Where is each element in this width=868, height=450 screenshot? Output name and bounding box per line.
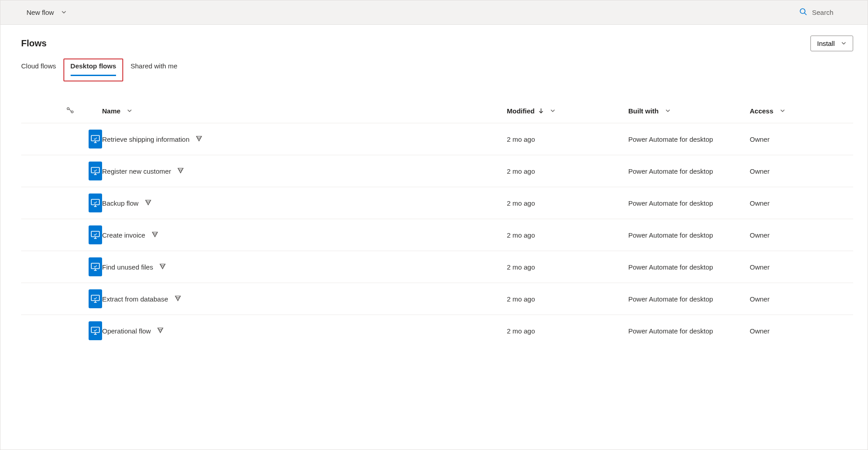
premium-icon <box>196 135 202 143</box>
top-bar: New flow Search <box>0 0 868 25</box>
install-label: Install <box>817 40 835 47</box>
table-row[interactable]: Extract from database2 mo agoPower Autom… <box>21 283 853 315</box>
column-modified[interactable]: Modified <box>507 107 628 115</box>
premium-icon <box>177 167 184 175</box>
flow-name[interactable]: Find unused files <box>102 263 153 271</box>
svg-line-22 <box>146 200 148 205</box>
column-connector[interactable] <box>66 106 102 116</box>
flow-name[interactable]: Register new customer <box>102 167 171 175</box>
svg-line-29 <box>155 232 157 237</box>
premium-icon <box>145 199 152 207</box>
svg-line-11 <box>199 136 202 141</box>
tab-label: Desktop flows <box>71 62 116 76</box>
svg-rect-37 <box>91 295 99 301</box>
flow-name[interactable]: Backup flow <box>102 199 139 207</box>
desktop-flow-icon <box>89 162 102 180</box>
flow-access: Owner <box>750 295 853 303</box>
flow-name[interactable]: Create invoice <box>102 231 145 239</box>
flow-built-with: Power Automate for desktop <box>628 199 750 207</box>
svg-rect-31 <box>91 263 99 269</box>
chevron-down-icon <box>780 107 785 115</box>
svg-line-46 <box>158 328 161 333</box>
svg-line-10 <box>197 136 199 141</box>
tab-cloud-flows[interactable]: Cloud flows <box>21 62 56 81</box>
desktop-flow-icon <box>89 257 102 276</box>
new-flow-label: New flow <box>27 9 54 16</box>
flow-name[interactable]: Extract from database <box>102 295 168 303</box>
flows-table: Name Modified <box>21 103 853 346</box>
premium-icon <box>152 231 158 239</box>
tab-shared-with-me[interactable]: Shared with me <box>130 62 177 81</box>
desktop-flow-icon <box>89 321 102 340</box>
column-built-with[interactable]: Built with <box>628 107 750 115</box>
table-row[interactable]: Backup flow2 mo agoPower Automate for de… <box>21 187 853 219</box>
search-icon <box>799 8 807 18</box>
flow-access: Owner <box>750 199 853 207</box>
svg-rect-25 <box>91 231 99 237</box>
flow-name[interactable]: Retrieve shipping information <box>102 135 189 143</box>
sort-down-icon <box>538 107 544 115</box>
table-row[interactable]: Find unused files2 mo agoPower Automate … <box>21 251 853 283</box>
flow-modified: 2 mo ago <box>507 135 628 143</box>
premium-icon <box>157 327 164 335</box>
desktop-flow-icon <box>89 289 102 308</box>
svg-point-2 <box>801 9 805 14</box>
chevron-down-icon <box>127 107 132 115</box>
page-title: Flows <box>21 38 47 49</box>
new-flow-button[interactable]: New flow <box>15 8 67 17</box>
svg-rect-7 <box>91 135 99 141</box>
tab-desktop-flows[interactable]: Desktop flows <box>63 58 124 81</box>
flow-built-with: Power Automate for desktop <box>628 327 750 335</box>
flow-modified: 2 mo ago <box>507 231 628 239</box>
flow-access: Owner <box>750 231 853 239</box>
svg-point-4 <box>67 108 69 110</box>
flow-access: Owner <box>750 327 853 335</box>
svg-line-3 <box>805 13 807 15</box>
table-row[interactable]: Operational flow2 mo agoPower Automate f… <box>21 315 853 346</box>
table-row[interactable]: Retrieve shipping information2 mo agoPow… <box>21 123 853 155</box>
tabs: Cloud flowsDesktop flowsShared with me <box>21 62 853 81</box>
flow-modified: 2 mo ago <box>507 295 628 303</box>
flow-access: Owner <box>750 263 853 271</box>
chevron-down-icon <box>550 107 555 115</box>
flow-built-with: Power Automate for desktop <box>628 231 750 239</box>
svg-line-28 <box>152 232 155 237</box>
svg-rect-43 <box>91 327 99 333</box>
flow-modified: 2 mo ago <box>507 167 628 175</box>
desktop-flow-icon <box>89 194 102 212</box>
desktop-flow-icon <box>89 130 102 148</box>
search-input[interactable]: Search <box>799 8 860 18</box>
flow-built-with: Power Automate for desktop <box>628 295 750 303</box>
search-placeholder: Search <box>812 9 833 16</box>
svg-line-35 <box>163 264 166 269</box>
svg-rect-13 <box>91 167 99 173</box>
svg-point-5 <box>71 111 73 113</box>
flow-modified: 2 mo ago <box>507 199 628 207</box>
svg-rect-19 <box>91 199 99 205</box>
chevron-down-icon <box>841 40 846 47</box>
flow-access: Owner <box>750 167 853 175</box>
install-button[interactable]: Install <box>810 36 853 51</box>
table-row[interactable]: Register new customer2 mo agoPower Autom… <box>21 155 853 187</box>
svg-line-40 <box>175 296 178 301</box>
chevron-down-icon <box>61 9 67 16</box>
svg-line-41 <box>178 296 180 301</box>
table-header: Name Modified <box>21 103 853 123</box>
svg-line-47 <box>161 328 163 333</box>
svg-line-34 <box>160 264 163 269</box>
table-row[interactable]: Create invoice2 mo agoPower Automate for… <box>21 219 853 251</box>
column-name[interactable]: Name <box>102 107 507 115</box>
svg-line-23 <box>148 200 151 205</box>
premium-icon <box>174 295 181 303</box>
connector-icon <box>66 106 74 116</box>
flow-modified: 2 mo ago <box>507 263 628 271</box>
flow-built-with: Power Automate for desktop <box>628 167 750 175</box>
flow-access: Owner <box>750 135 853 143</box>
premium-icon <box>159 263 166 271</box>
flow-name[interactable]: Operational flow <box>102 327 151 335</box>
svg-line-16 <box>178 168 181 173</box>
flow-built-with: Power Automate for desktop <box>628 135 750 143</box>
chevron-down-icon <box>665 107 671 115</box>
column-access[interactable]: Access <box>750 107 853 115</box>
flow-built-with: Power Automate for desktop <box>628 263 750 271</box>
